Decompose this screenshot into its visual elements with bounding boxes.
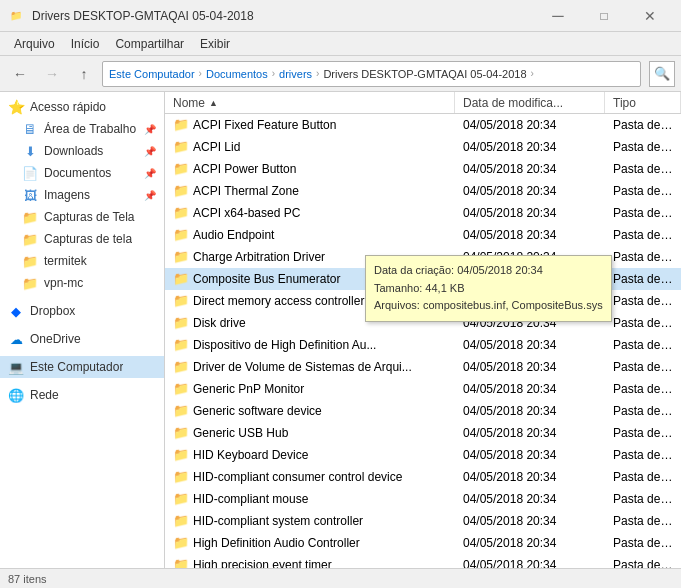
file-date: 04/05/2018 20:34	[455, 558, 605, 569]
file-type: Pasta de arquivos	[605, 536, 681, 550]
computer-icon: 💻	[8, 359, 24, 375]
sidebar-item-dropbox[interactable]: ◆ Dropbox	[0, 300, 164, 322]
sidebar-label-vpnmc: vpn-mc	[44, 276, 83, 290]
table-row[interactable]: 📁 Generic PnP Monitor 04/05/2018 20:34 P…	[165, 378, 681, 400]
file-date: 04/05/2018 20:34	[455, 140, 605, 154]
title-bar: 📁 Drivers DESKTOP-GMTAQAI 05-04-2018 ─ □…	[0, 0, 681, 32]
maximize-button[interactable]: □	[581, 1, 627, 31]
file-date: 04/05/2018 20:34	[455, 382, 605, 396]
sidebar-item-downloads[interactable]: ⬇ Downloads 📌	[0, 140, 164, 162]
file-name: 📁 ACPI Thermal Zone	[165, 183, 455, 198]
sidebar-label-downloads: Downloads	[44, 144, 103, 158]
sidebar-item-computer[interactable]: 💻 Este Computador	[0, 356, 164, 378]
sidebar-item-documents[interactable]: 📄 Documentos 📌	[0, 162, 164, 184]
table-row[interactable]: 📁 Generic USB Hub 04/05/2018 20:34 Pasta…	[165, 422, 681, 444]
up-button[interactable]: ↑	[70, 60, 98, 88]
col-header-type[interactable]: Tipo	[605, 92, 681, 113]
sidebar: ⭐ Acesso rápido 🖥 Área de Trabalho 📌 ⬇ D…	[0, 92, 165, 568]
breadcrumb-current: Drivers DESKTOP-GMTAQAI 05-04-2018	[323, 68, 526, 80]
documents-pin: 📌	[144, 168, 156, 179]
sidebar-item-quick-access[interactable]: ⭐ Acesso rápido	[0, 96, 164, 118]
main-area: ⭐ Acesso rápido 🖥 Área de Trabalho 📌 ⬇ D…	[0, 92, 681, 568]
file-name: 📁 High Definition Audio Controller	[165, 535, 455, 550]
table-row[interactable]: 📁 ACPI x64-based PC 04/05/2018 20:34 Pas…	[165, 202, 681, 224]
folder-icon: 📁	[173, 271, 189, 286]
file-type: Pasta de arquivos	[605, 294, 681, 308]
table-row[interactable]: 📁 ACPI Lid 04/05/2018 20:34 Pasta de arq…	[165, 136, 681, 158]
sidebar-label-dropbox: Dropbox	[30, 304, 75, 318]
table-row[interactable]: 📁 Dispositivo de High Definition Au... 0…	[165, 334, 681, 356]
sidebar-item-termitek[interactable]: 📁 termitek	[0, 250, 164, 272]
table-row[interactable]: 📁 High Definition Audio Controller 04/05…	[165, 532, 681, 554]
file-date: 04/05/2018 20:34	[455, 448, 605, 462]
network-icon: 🌐	[8, 387, 24, 403]
sidebar-label-desktop: Área de Trabalho	[44, 122, 136, 136]
sidebar-item-desktop[interactable]: 🖥 Área de Trabalho 📌	[0, 118, 164, 140]
tooltip: Data da criação: 04/05/2018 20:34 Tamanh…	[365, 255, 612, 322]
file-type: Pasta de arquivos	[605, 404, 681, 418]
table-row[interactable]: 📁 High precision event timer 04/05/2018 …	[165, 554, 681, 568]
table-row[interactable]: 📁 HID-compliant mouse 04/05/2018 20:34 P…	[165, 488, 681, 510]
file-type: Pasta de arquivos	[605, 118, 681, 132]
breadcrumb-computer: Este Computador	[109, 68, 195, 80]
tooltip-line2: Tamanho: 44,1 KB	[374, 280, 603, 298]
table-row[interactable]: 📁 Audio Endpoint 04/05/2018 20:34 Pasta …	[165, 224, 681, 246]
file-type: Pasta de arquivos	[605, 492, 681, 506]
file-type: Pasta de arquivos	[605, 448, 681, 462]
col-header-date[interactable]: Data de modifica...	[455, 92, 605, 113]
table-row[interactable]: 📁 Driver de Volume de Sistemas de Arqui.…	[165, 356, 681, 378]
menu-compartilhar[interactable]: Compartilhar	[107, 35, 192, 53]
table-row[interactable]: 📁 ACPI Power Button 04/05/2018 20:34 Pas…	[165, 158, 681, 180]
sidebar-item-capturatela2[interactable]: 📁 Capturas de tela	[0, 228, 164, 250]
col-header-name[interactable]: Nome ▲	[165, 92, 455, 113]
folder-icon: 📁	[173, 183, 189, 198]
folder-icon: 📁	[173, 139, 189, 154]
sidebar-label-onedrive: OneDrive	[30, 332, 81, 346]
back-button[interactable]: ←	[6, 60, 34, 88]
file-name: 📁 Generic PnP Monitor	[165, 381, 455, 396]
folder-icon: 📁	[173, 425, 189, 440]
minimize-button[interactable]: ─	[535, 1, 581, 31]
sort-arrow: ▲	[209, 98, 218, 108]
desktop-pin: 📌	[144, 124, 156, 135]
menu-exibir[interactable]: Exibir	[192, 35, 238, 53]
file-date: 04/05/2018 20:34	[455, 162, 605, 176]
folder-icon: 📁	[173, 205, 189, 220]
table-row[interactable]: 📁 HID-compliant system controller 04/05/…	[165, 510, 681, 532]
folder-icon: 📁	[173, 447, 189, 462]
file-date: 04/05/2018 20:34	[455, 514, 605, 528]
file-type: Pasta de arquivos	[605, 470, 681, 484]
menu-bar: Arquivo Início Compartilhar Exibir	[0, 32, 681, 56]
file-type: Pasta de arquivos	[605, 162, 681, 176]
forward-button[interactable]: →	[38, 60, 66, 88]
address-bar[interactable]: Este Computador › Documentos › drivers ›…	[102, 61, 641, 87]
sidebar-item-vpnmc[interactable]: 📁 vpn-mc	[0, 272, 164, 294]
sidebar-label-images: Imagens	[44, 188, 90, 202]
menu-arquivo[interactable]: Arquivo	[6, 35, 63, 53]
file-type: Pasta de arquivos	[605, 316, 681, 330]
tooltip-line3: Arquivos: compositebus.inf, CompositeBus…	[374, 297, 603, 315]
sidebar-item-capturastela[interactable]: 📁 Capturas de Tela	[0, 206, 164, 228]
sidebar-item-network[interactable]: 🌐 Rede	[0, 384, 164, 406]
table-row[interactable]: 📁 ACPI Thermal Zone 04/05/2018 20:34 Pas…	[165, 180, 681, 202]
menu-inicio[interactable]: Início	[63, 35, 108, 53]
table-row[interactable]: 📁 HID Keyboard Device 04/05/2018 20:34 P…	[165, 444, 681, 466]
sidebar-item-images[interactable]: 🖼 Imagens 📌	[0, 184, 164, 206]
table-row[interactable]: 📁 HID-compliant consumer control device …	[165, 466, 681, 488]
folder-icon: 📁	[173, 161, 189, 176]
file-type: Pasta de arquivos	[605, 338, 681, 352]
sidebar-item-onedrive[interactable]: ☁ OneDrive	[0, 328, 164, 350]
search-button[interactable]: 🔍	[649, 61, 675, 87]
file-type: Pasta de arquivos	[605, 426, 681, 440]
folder-icon: 📁	[173, 513, 189, 528]
table-row[interactable]: 📁 ACPI Fixed Feature Button 04/05/2018 2…	[165, 114, 681, 136]
close-button[interactable]: ✕	[627, 1, 673, 31]
sidebar-label-network: Rede	[30, 388, 59, 402]
onedrive-icon: ☁	[8, 331, 24, 347]
file-type: Pasta de arquivos	[605, 206, 681, 220]
file-date: 04/05/2018 20:34	[455, 338, 605, 352]
file-type: Pasta de arquivos	[605, 184, 681, 198]
table-row[interactable]: 📁 Generic software device 04/05/2018 20:…	[165, 400, 681, 422]
file-date: 04/05/2018 20:34	[455, 360, 605, 374]
col-date-label: Data de modifica...	[463, 96, 563, 110]
